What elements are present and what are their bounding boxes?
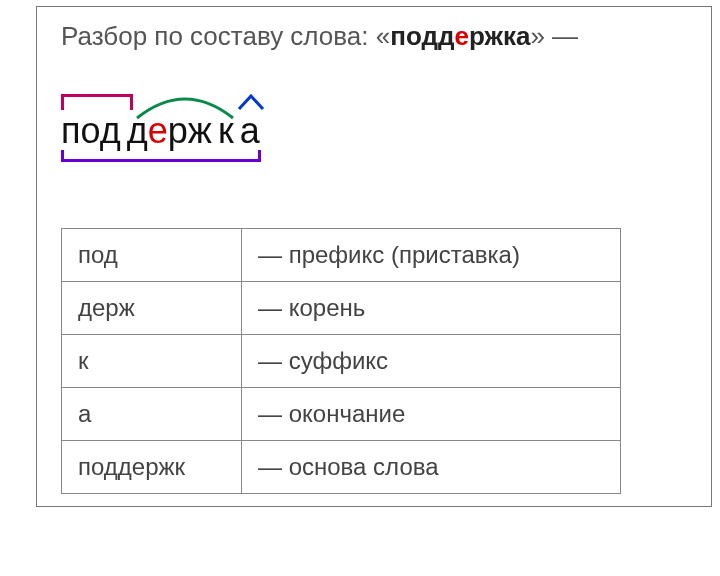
diagram-root-a: д <box>127 110 148 151</box>
table-row: под — префикс (приставка) <box>62 229 621 282</box>
morpheme-cell: под <box>62 229 242 282</box>
diagram-root-b: рж <box>168 110 212 151</box>
title-prefix: Разбор по составу слова: « <box>61 21 390 51</box>
diagram-ending: а <box>240 110 260 151</box>
morpheme-cell: поддержк <box>62 441 242 494</box>
title-word-part2: ржка <box>469 21 530 51</box>
morpheme-table: под — префикс (приставка) держ — корень … <box>61 228 621 494</box>
diagram-prefix: под <box>61 110 121 151</box>
morpheme-cell: держ <box>62 282 242 335</box>
diagram-word: поддержка <box>61 110 260 152</box>
content-frame: Разбор по составу слова: «поддержка» — п… <box>36 6 712 507</box>
suffix-caret-icon <box>237 94 265 110</box>
desc-cell: — основа слова <box>242 441 621 494</box>
title-suffix: » — <box>530 21 578 51</box>
desc-cell: — суффикс <box>242 335 621 388</box>
morpheme-diagram: поддержка <box>61 88 691 168</box>
desc-cell: — окончание <box>242 388 621 441</box>
title-word-highlight: е <box>454 21 468 51</box>
morpheme-cell: а <box>62 388 242 441</box>
table-row: а — окончание <box>62 388 621 441</box>
title-word-part1: подд <box>390 21 454 51</box>
desc-cell: — корень <box>242 282 621 335</box>
table-row: поддержк — основа слова <box>62 441 621 494</box>
diagram-suffix: к <box>218 110 234 151</box>
diagram-root-highlight: е <box>148 110 168 151</box>
table-row: держ — корень <box>62 282 621 335</box>
table-row: к — суффикс <box>62 335 621 388</box>
morpheme-cell: к <box>62 335 242 388</box>
prefix-mark-icon <box>61 94 133 110</box>
desc-cell: — префикс (приставка) <box>242 229 621 282</box>
title-line: Разбор по составу слова: «поддержка» — <box>61 19 691 54</box>
